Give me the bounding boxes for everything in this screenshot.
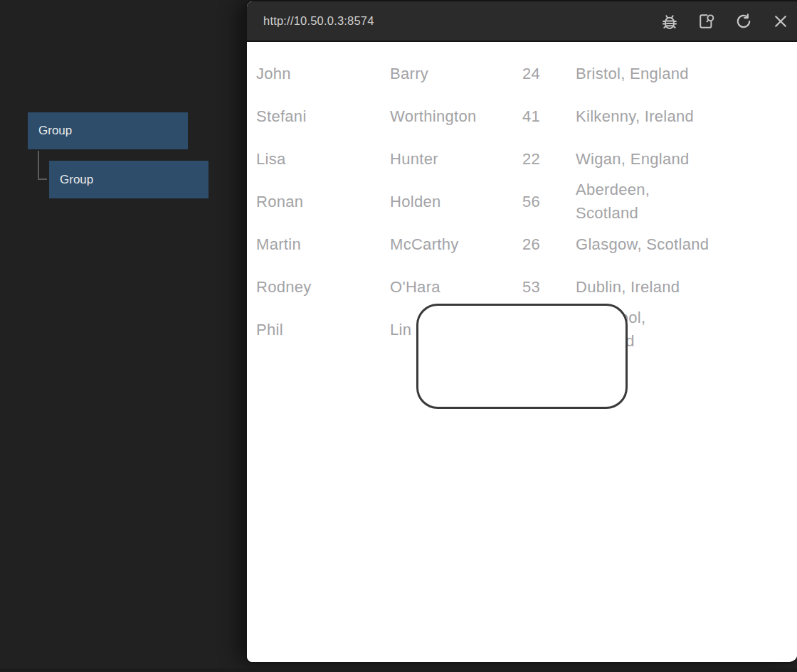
- age-cell: 56: [522, 190, 576, 213]
- page-content: John Barry 24 Bristol, England Stefani W…: [247, 42, 797, 662]
- inspect-button[interactable]: [696, 11, 717, 32]
- table-row: Rodney O'Hara 53 Dublin, Ireland: [247, 265, 797, 308]
- close-button[interactable]: [770, 11, 791, 32]
- table-row: Ronan Holden 56 Aberdeen, Scotland: [247, 180, 797, 223]
- table-row: Martin McCarthy 26 Glasgow, Scotland: [247, 223, 797, 265]
- last-name-cell: Holden: [390, 190, 522, 213]
- table-row: Lisa Hunter 22 Wigan, England: [247, 137, 797, 180]
- close-icon: [771, 11, 791, 31]
- tree-node-label: Group: [60, 173, 93, 187]
- last-name-cell: McCarthy: [390, 233, 522, 256]
- tree-connector-vertical: [38, 151, 39, 180]
- tree-node-group-2[interactable]: Group: [49, 161, 209, 198]
- table-row: Stefani Worthington 41 Kilkenny, Ireland: [247, 95, 797, 137]
- last-name-cell: Worthington: [390, 105, 522, 128]
- first-name-cell: John: [256, 62, 390, 85]
- city-cell: Wigan, England: [576, 147, 789, 171]
- first-name-cell: Stefani: [256, 105, 390, 128]
- age-cell: 41: [522, 105, 576, 128]
- city-cell: Bristol, England: [576, 62, 789, 85]
- titlebar: http://10.50.0.3:8574: [247, 1, 797, 42]
- age-cell: 24: [522, 62, 576, 85]
- preview-window: http://10.50.0.3:8574: [246, 0, 797, 663]
- tree-connector-horizontal: [38, 178, 47, 180]
- city-cell: Dublin, Ireland: [576, 275, 789, 299]
- desktop: { "colors": { "background": "#212121", "…: [0, 0, 797, 672]
- url-bar[interactable]: http://10.50.0.3:8574: [263, 14, 643, 28]
- refresh-button[interactable]: [733, 11, 754, 32]
- tree-node-label: Group: [38, 124, 72, 138]
- first-name-cell: Phil: [256, 318, 390, 341]
- debug-button[interactable]: [659, 11, 680, 32]
- popup-overlay: [416, 304, 628, 409]
- city-cell: Kilkenny, Ireland: [576, 105, 789, 128]
- last-name-cell: Hunter: [390, 147, 522, 171]
- first-name-cell: Rodney: [256, 275, 390, 299]
- bottom-edge-strip: [0, 668, 797, 672]
- last-name-cell: Barry: [390, 62, 522, 85]
- age-cell: 53: [522, 275, 576, 299]
- table-row: John Barry 24 Bristol, England: [247, 52, 797, 95]
- tree-node-group-1[interactable]: Group: [28, 112, 188, 149]
- first-name-cell: Lisa: [256, 147, 390, 171]
- city-cell: Glasgow, Scotland: [576, 233, 789, 256]
- bug-icon: [660, 11, 680, 31]
- refresh-icon: [734, 11, 754, 31]
- age-cell: 22: [522, 147, 576, 171]
- first-name-cell: Martin: [256, 233, 390, 256]
- city-cell: Aberdeen, Scotland: [576, 178, 789, 225]
- first-name-cell: Ronan: [256, 190, 390, 213]
- page-search-icon: [697, 11, 717, 31]
- last-name-cell: O'Hara: [390, 275, 522, 299]
- age-cell: 26: [522, 233, 576, 256]
